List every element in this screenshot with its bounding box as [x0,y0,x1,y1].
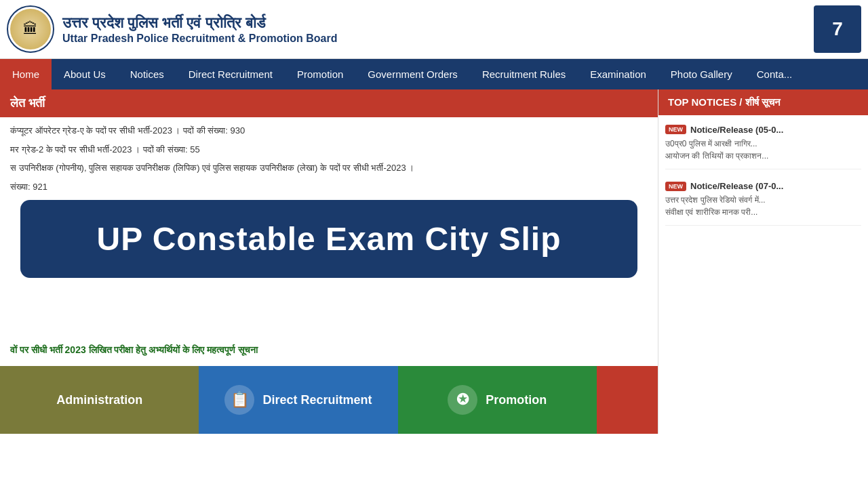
nav-item-recruitment-rules[interactable]: Recruitment Rules [470,59,578,89]
right-sidebar: TOP NOTICES / शीर्ष सूचन NEW Notice/Rele… [658,89,868,434]
bottom-cards: Administration 📋 Direct Recruitment ✪ Pr… [0,366,658,434]
exam-slip-banner[interactable]: UP Constable Exam City Slip [20,200,637,278]
section-banner-text: लेत भर्ती [10,96,45,110]
notice-tag: NEW Notice/Release (07-0... [665,181,783,191]
nav-item-examination[interactable]: Examination [578,59,658,89]
top-notices-title: TOP NOTICES / शीर्ष सूचन [668,96,781,108]
notice-title: Notice/Release (07-0... [690,181,783,191]
nav-item-promotion[interactable]: Promotion [285,59,355,89]
promotion-icon: ✪ [448,385,477,415]
notice-item[interactable]: NEW Notice/Release (05-0... उ0प्र0 पुलिस… [665,122,861,169]
logo-icon: 🏛 [10,9,51,49]
logo-circle: 🏛 [7,5,54,53]
administration-label: Administration [56,393,142,407]
main-nav: Home About Us Notices Direct Recruitment… [0,59,868,89]
list-item[interactable]: मर ग्रेड-2 के पदों पर सीधी भर्ती-2023 । … [10,143,648,157]
org-title-hindi: उत्तर प्रदेश पुलिस भर्ती एवं प्रोत्रि बो… [62,14,337,33]
nav-item-photo-gallery[interactable]: Photo Gallery [658,59,745,89]
list-item[interactable]: स उपनिरीक्षक (गोपनीय), पुलिस सहायक उपनिर… [10,161,648,175]
notices-list: NEW Notice/Release (05-0... उ0प्र0 पुलिस… [658,115,868,242]
nav-item-government-orders[interactable]: Government Orders [355,59,470,89]
exam-slip-title: UP Constable Exam City Slip [37,220,620,258]
org-title: उत्तर प्रदेश पुलिस भर्ती एवं प्रोत्रि बो… [62,14,337,45]
logo-container: 🏛 उत्तर प्रदेश पुलिस भर्ती एवं प्रोत्रि … [7,5,337,53]
recruitment-list: कंप्यूटर ऑपरेटर ग्रेड-ए के पदों पर सीधी … [0,117,658,334]
notice-body: उ0प्र0 पुलिस में आरक्षी नागिर... आयोजन क… [665,138,861,162]
notice-body: उत्तर प्रदेश पुलिस रेडियो संवर्ग में... … [665,194,861,218]
promotion-label: Promotion [486,393,547,407]
direct-recruitment-icon: 📋 [224,385,254,415]
list-item[interactable]: संख्या: 921 [10,180,648,194]
nav-item-about[interactable]: About Us [52,59,118,89]
nav-item-home[interactable]: Home [0,59,52,89]
nav-item-direct-recruitment[interactable]: Direct Recruitment [176,59,285,89]
card-promotion[interactable]: ✪ Promotion [398,366,597,434]
left-content: लेत भर्ती कंप्यूटर ऑपरेटर ग्रेड-ए के पदो… [0,89,658,434]
card-administration[interactable]: Administration [0,366,199,434]
section-banner: लेत भर्ती [0,89,658,117]
new-badge: NEW [665,125,686,134]
nav-item-notices[interactable]: Notices [118,59,176,89]
notice-tag: NEW Notice/Release (05-0... [665,125,783,135]
info-text: वों पर सीधी भर्ती 2023 लिखित परीक्षा हेत… [0,334,658,366]
header: 🏛 उत्तर प्रदेश पुलिस भर्ती एवं प्रोत्रि … [0,0,868,59]
org-title-eng: Uttar Pradesh Police Recruitment & Promo… [62,33,337,45]
main-wrapper: लेत भर्ती कंप्यूटर ऑपरेटर ग्रेड-ए के पदो… [0,89,868,434]
notice-item[interactable]: NEW Notice/Release (07-0... उत्तर प्रदेश… [665,179,861,226]
direct-recruitment-label: Direct Recruitment [262,393,372,407]
notice-title: Notice/Release (05-0... [690,125,783,135]
new-badge: NEW [665,182,686,191]
card-direct-recruitment[interactable]: 📋 Direct Recruitment [199,366,397,434]
card-extra[interactable] [597,366,658,434]
header-number: 7 [814,5,861,53]
top-notices-header: TOP NOTICES / शीर्ष सूचन [658,89,868,115]
nav-item-contact[interactable]: Conta... [745,59,805,89]
list-item[interactable]: कंप्यूटर ऑपरेटर ग्रेड-ए के पदों पर सीधी … [10,124,648,138]
